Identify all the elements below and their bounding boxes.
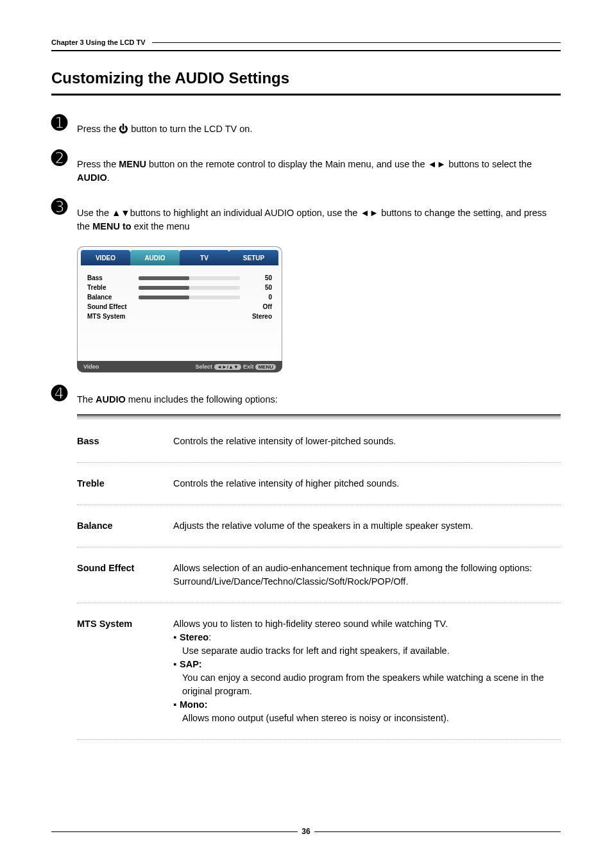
step-4-text: The AUDIO menu includes the following op…: [77, 384, 561, 406]
osd-treble-value: 50: [245, 284, 272, 291]
osd-footer-left: Video: [83, 363, 99, 370]
opt-mts-sap-d: You can enjoy a second audio program fro…: [173, 671, 561, 698]
osd-menu: VIDEO AUDIO TV SETUP Bass 50 Treble 50: [77, 246, 282, 372]
osd-tab-tv: TV: [180, 250, 229, 265]
osd-footer-menu: MENU: [255, 364, 276, 370]
top-rule: [51, 50, 561, 51]
opt-bass-desc: Controls the relative intensity of lower…: [173, 435, 561, 448]
opt-mts-stereo-d: Use separate audio tracks for left and r…: [173, 644, 561, 658]
s4-post: menu includes the following options:: [126, 394, 278, 405]
s2-l1-bold: MENU: [119, 159, 146, 169]
opt-mts-name: MTS System: [77, 617, 173, 725]
title-rule: [51, 94, 561, 96]
osd-sound-label: Sound Effect: [87, 303, 139, 310]
step-4-icon: ➍: [51, 384, 77, 403]
osd-balance-bar: [139, 296, 240, 299]
osd-footer-arrows: ◄►/▲▼: [214, 364, 241, 370]
osd-mts-label: MTS System: [87, 313, 139, 320]
opt-mts-mono-h: Mono:: [180, 699, 207, 710]
s2-l2-bold: AUDIO: [77, 172, 107, 183]
osd-tab-audio: AUDIO: [130, 250, 180, 265]
opt-mts-intro: Allows you to listen to high-fidelity st…: [173, 617, 561, 631]
page-number: 36: [298, 827, 314, 836]
power-icon: ⏻: [119, 124, 128, 134]
opt-bass-name: Bass: [77, 435, 173, 448]
opt-mts-sap-h: SAP:: [180, 659, 202, 669]
s2-l2-post: .: [107, 172, 110, 183]
opt-mts-mono-d: Allows mono output (useful when stereo i…: [173, 712, 561, 725]
osd-footer-exit: Exit: [243, 363, 254, 370]
opt-mts-stereo-h: Stereo: [180, 632, 208, 642]
s3-post: exit the menu: [132, 221, 190, 231]
opt-row-balance: Balance Adjusts the relative volume of t…: [77, 505, 561, 547]
s2-l1-pre: Press the: [77, 159, 119, 169]
opt-treble-name: Treble: [77, 477, 173, 490]
page-title: Customizing the AUDIO Settings: [51, 69, 561, 87]
opt-mts-desc: Allows you to listen to high-fidelity st…: [173, 617, 561, 725]
footer-rule-left: [51, 831, 298, 832]
osd-bass-label: Bass: [87, 274, 139, 281]
osd-treble-label: Treble: [87, 284, 139, 291]
osd-mts-value: Stereo: [245, 313, 272, 320]
chapter-rule: [152, 42, 561, 43]
options-header-bar: [77, 414, 561, 421]
step-2-icon: ➋: [51, 149, 77, 168]
step-1-text: Press the ⏻ button to turn the LCD TV on…: [77, 113, 561, 136]
opt-balance-name: Balance: [77, 519, 173, 533]
opt-treble-desc: Controls the relative intensity of highe…: [173, 477, 561, 490]
opt-sound-desc: Allows selection of an audio-enhancement…: [173, 562, 561, 588]
osd-footer: Video Select ◄►/▲▼ Exit MENU: [77, 361, 282, 372]
s2-l1-mid: button on the remote control to display …: [146, 159, 428, 169]
osd-sound-value: Off: [245, 303, 272, 310]
osd-balance-label: Balance: [87, 294, 139, 301]
opt-balance-desc: Adjusts the relative volume of the speak…: [173, 519, 561, 533]
chapter-label: Chapter 3 Using the LCD TV: [51, 38, 146, 46]
s4-pre: The: [77, 394, 96, 405]
osd-tab-video: VIDEO: [81, 250, 130, 265]
opt-row-sound: Sound Effect Allows selection of an audi…: [77, 547, 561, 603]
step-3-icon: ➌: [51, 197, 77, 217]
osd-bass-bar: [139, 276, 240, 280]
step-3-text: Use the ▲▼buttons to highlight an indivi…: [77, 197, 561, 233]
footer-rule-right: [314, 831, 561, 832]
step-1-icon: ➊: [51, 113, 77, 133]
s2-l2-pre: ◄► buttons to select the: [427, 159, 532, 169]
osd-footer-select: Select: [195, 363, 212, 370]
opt-row-bass: Bass Controls the relative intensity of …: [77, 421, 561, 463]
osd-treble-bar: [139, 286, 240, 290]
s1-pre: Press the: [77, 124, 119, 134]
opt-row-mts: MTS System Allows you to listen to high-…: [77, 603, 561, 740]
osd-bass-value: 50: [245, 274, 272, 281]
s3-bold: MENU to: [92, 221, 131, 231]
s4-bold: AUDIO: [96, 394, 126, 405]
step-2-text: Press the MENU button on the remote cont…: [77, 149, 561, 185]
s1-post: button to turn the LCD TV on.: [128, 124, 252, 134]
osd-tab-setup: SETUP: [229, 250, 278, 265]
osd-balance-value: 0: [245, 294, 272, 301]
opt-sound-name: Sound Effect: [77, 562, 173, 588]
opt-row-treble: Treble Controls the relative intensity o…: [77, 463, 561, 505]
